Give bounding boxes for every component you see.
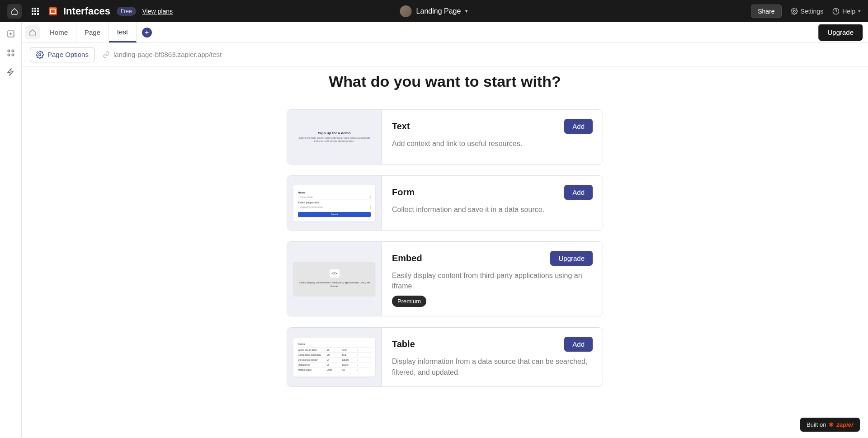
content-heading: What do you want to start with? xyxy=(22,73,868,90)
zapier-wordmark: zapier xyxy=(836,421,854,428)
page-url-text: landing-page-bf0863.zapier.app/test xyxy=(113,51,222,58)
tab-test[interactable]: test xyxy=(109,22,137,42)
svg-point-9 xyxy=(12,54,14,56)
card-desc: Display information from a data source t… xyxy=(392,356,593,377)
card-title: Embed xyxy=(392,253,422,264)
help-link[interactable]: Help ▾ xyxy=(832,8,861,15)
components-icon[interactable] xyxy=(6,48,15,57)
svg-point-7 xyxy=(12,50,14,52)
settings-label: Settings xyxy=(801,8,824,15)
page-title[interactable]: Landing Page xyxy=(416,7,461,15)
settings-link[interactable]: Settings xyxy=(791,8,824,15)
add-tab-button[interactable]: + xyxy=(142,28,152,38)
page-options-button[interactable]: Page Options xyxy=(30,47,94,62)
card-title: Text xyxy=(392,121,410,132)
brand-name: Interfaces xyxy=(63,5,110,17)
tab-home-icon[interactable] xyxy=(25,25,40,39)
help-label: Help xyxy=(842,8,855,15)
code-icon: </> xyxy=(330,269,340,278)
add-panel-icon[interactable] xyxy=(6,29,15,38)
card-embed: </> Easily display content from third-pa… xyxy=(287,241,603,316)
link-icon xyxy=(103,51,110,58)
card-table: Items Lorem ipsum dolorSitAmet› Consecte… xyxy=(287,327,603,386)
gear-icon xyxy=(791,8,798,15)
options-row: Page Options landing-page-bf0863.zapier.… xyxy=(22,43,868,66)
page-options-label: Page Options xyxy=(47,51,89,58)
tab-page[interactable]: Page xyxy=(76,22,109,42)
automation-icon[interactable] xyxy=(6,67,15,76)
svg-point-8 xyxy=(8,54,10,56)
add-text-button[interactable]: Add xyxy=(564,119,593,134)
card-title: Form xyxy=(392,187,415,198)
chevron-down-icon[interactable]: ▾ xyxy=(465,8,468,14)
card-desc: Add context and link to useful resources… xyxy=(392,138,593,149)
share-button[interactable]: Share xyxy=(751,5,781,18)
add-form-button[interactable]: Add xyxy=(564,185,593,200)
page-url[interactable]: landing-page-bf0863.zapier.app/test xyxy=(103,51,222,58)
upgrade-embed-button[interactable]: Upgrade xyxy=(550,251,593,266)
zapier-logo-icon xyxy=(49,7,57,15)
home-icon-button[interactable] xyxy=(7,4,22,19)
upgrade-button[interactable]: Upgrade xyxy=(818,24,863,41)
apps-grid-icon[interactable] xyxy=(28,4,42,19)
view-plans-link[interactable]: View plans xyxy=(142,8,173,15)
svg-point-0 xyxy=(793,10,795,12)
card-desc: Easily display content from third-party … xyxy=(392,270,593,291)
add-table-button[interactable]: Add xyxy=(564,337,593,352)
add-tab: + xyxy=(137,22,157,42)
built-on-label: Built on xyxy=(807,421,826,428)
plan-badge: Free xyxy=(117,7,136,16)
content-area: What do you want to start with? Sign up … xyxy=(22,66,868,438)
card-preview: Sign up for a demo Submit the form below… xyxy=(287,110,382,164)
svg-point-10 xyxy=(39,53,41,56)
card-title: Table xyxy=(392,339,415,349)
card-text: Sign up for a demo Submit the form below… xyxy=(287,109,603,165)
card-preview: </> Easily display content from third-pa… xyxy=(287,242,382,316)
avatar[interactable] xyxy=(400,5,412,17)
card-preview: Name Kristen Cutler Email (required) kri… xyxy=(287,176,382,230)
premium-badge: Premium xyxy=(392,296,426,307)
topbar: Interfaces Free View plans Landing Page … xyxy=(0,0,868,22)
tab-home[interactable]: Home xyxy=(42,22,76,42)
card-desc: Collect information and save it in a dat… xyxy=(392,204,593,215)
svg-point-6 xyxy=(8,50,10,52)
card-form: Name Kristen Cutler Email (required) kri… xyxy=(287,175,603,231)
help-icon xyxy=(832,8,840,15)
card-preview: Items Lorem ipsum dolorSitAmet› Consecte… xyxy=(287,328,382,386)
built-on-badge[interactable]: Built on ✱ zapier xyxy=(800,418,860,432)
chevron-down-icon: ▾ xyxy=(858,8,861,14)
side-rail xyxy=(0,22,22,438)
tabs-row: Home Page test + Upgrade xyxy=(22,22,868,43)
